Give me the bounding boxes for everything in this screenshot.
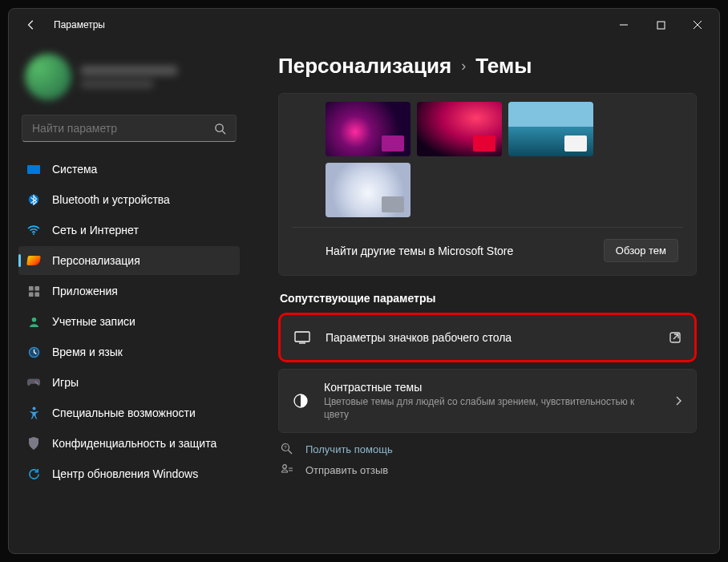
personalization-icon	[26, 253, 41, 268]
store-row: Найти другие темы в Microsoft Store Обзо…	[292, 227, 683, 275]
sidebar-item-label: Учетные записи	[52, 315, 135, 328]
sidebar: Система Bluetooth и устройства Сеть и Ин…	[9, 41, 249, 553]
contrast-icon	[292, 393, 309, 409]
browse-themes-button[interactable]: Обзор тем	[604, 239, 678, 262]
sidebar-item-time[interactable]: Время и язык	[18, 338, 240, 366]
system-icon	[26, 162, 41, 176]
store-text: Найти другие темы в Microsoft Store	[326, 245, 513, 257]
window-title: Параметры	[54, 19, 105, 30]
theme-thumb-4[interactable]	[326, 163, 411, 217]
svg-rect-11	[34, 292, 39, 297]
svg-point-4	[216, 123, 223, 131]
wifi-icon	[26, 223, 41, 237]
open-external-icon	[669, 331, 681, 344]
sidebar-item-system[interactable]: Система	[18, 155, 240, 184]
sidebar-item-label: Bluetooth и устройства	[52, 193, 170, 206]
search-input[interactable]	[32, 122, 214, 135]
svg-point-17	[32, 407, 35, 410]
sidebar-item-update[interactable]: Центр обновления Windows	[18, 459, 240, 488]
sidebar-item-label: Центр обновления Windows	[52, 467, 198, 480]
sidebar-item-label: Приложения	[52, 285, 118, 297]
help-link[interactable]: ? Получить помощь	[280, 443, 697, 455]
setting-title: Контрастные темы	[324, 381, 659, 394]
desktop-icon	[293, 331, 311, 344]
svg-text:?: ?	[284, 446, 287, 451]
feedback-link-text: Отправить отзыв	[305, 464, 388, 476]
feedback-icon	[280, 463, 294, 476]
related-heading: Сопутствующие параметры	[280, 292, 697, 305]
svg-rect-8	[28, 285, 33, 290]
user-profile[interactable]	[18, 47, 240, 115]
main-content: Персонализация › Темы Найти другие темы …	[249, 41, 719, 553]
theme-grid	[326, 102, 683, 217]
sidebar-item-personalization[interactable]: Персонализация	[18, 246, 240, 275]
footer-links: ? Получить помощь Отправить отзыв	[278, 443, 697, 492]
svg-line-5	[222, 131, 225, 134]
contrast-themes-setting[interactable]: Контрастные темы Цветовые темы для людей…	[278, 369, 697, 433]
svg-rect-9	[34, 285, 39, 290]
titlebar: Параметры	[9, 9, 719, 41]
minimize-button[interactable]	[605, 12, 642, 38]
sidebar-item-label: Специальные возможности	[52, 406, 196, 419]
svg-point-24	[283, 465, 287, 469]
sidebar-item-apps[interactable]: Приложения	[18, 277, 240, 305]
setting-desc: Цветовые темы для людей со слабым зрение…	[324, 395, 659, 421]
nav: Система Bluetooth и устройства Сеть и Ин…	[18, 155, 240, 488]
sidebar-item-accessibility[interactable]: Специальные возможности	[18, 398, 240, 427]
help-link-text[interactable]: Получить помощь	[305, 443, 393, 455]
help-icon: ?	[280, 443, 294, 455]
theme-thumb-2[interactable]	[417, 102, 502, 156]
sidebar-item-label: Система	[52, 163, 97, 176]
svg-point-7	[33, 233, 34, 235]
svg-point-15	[35, 381, 37, 382]
sidebar-item-network[interactable]: Сеть и Интернет	[18, 216, 240, 245]
window-controls	[605, 12, 716, 38]
apps-icon	[26, 284, 41, 298]
maximize-button[interactable]	[642, 12, 679, 38]
setting-title: Параметры значков рабочего стола	[326, 331, 654, 344]
settings-window: Параметры Система	[8, 8, 720, 554]
svg-rect-10	[28, 292, 33, 297]
sidebar-item-accounts[interactable]: Учетные записи	[18, 307, 240, 336]
sidebar-item-label: Конфиденциальность и защита	[52, 437, 216, 450]
bluetooth-icon	[26, 192, 41, 207]
breadcrumb: Персонализация › Темы	[278, 54, 697, 79]
sidebar-item-label: Сеть и Интернет	[52, 224, 139, 237]
feedback-link[interactable]: Отправить отзыв	[280, 463, 697, 476]
accounts-icon	[26, 314, 41, 329]
sidebar-item-label: Время и язык	[52, 346, 123, 358]
svg-point-12	[31, 317, 36, 321]
avatar	[25, 54, 71, 100]
breadcrumb-current: Темы	[475, 54, 532, 79]
theme-thumb-3[interactable]	[508, 102, 593, 156]
sidebar-item-games[interactable]: Игры	[18, 368, 240, 397]
sidebar-item-bluetooth[interactable]: Bluetooth и устройства	[18, 185, 240, 214]
clock-icon	[26, 345, 41, 359]
chevron-right-icon	[673, 395, 683, 406]
chevron-right-icon: ›	[461, 58, 466, 75]
themes-panel: Найти другие темы в Microsoft Store Обзо…	[278, 93, 697, 276]
sidebar-item-privacy[interactable]: Конфиденциальность и защита	[18, 429, 240, 458]
svg-point-16	[37, 382, 38, 384]
sidebar-item-label: Игры	[52, 376, 79, 389]
update-icon	[26, 467, 41, 481]
theme-thumb-1[interactable]	[326, 102, 411, 156]
svg-rect-18	[295, 332, 309, 342]
svg-rect-1	[657, 22, 665, 29]
search-box[interactable]	[22, 115, 237, 142]
sidebar-item-label: Персонализация	[52, 254, 140, 267]
close-button[interactable]	[679, 12, 716, 38]
games-icon	[26, 375, 41, 390]
search-icon	[214, 123, 226, 135]
accessibility-icon	[26, 406, 41, 420]
breadcrumb-root[interactable]: Персонализация	[278, 54, 451, 79]
back-button[interactable]	[20, 14, 42, 36]
shield-icon	[26, 436, 41, 451]
desktop-icons-setting[interactable]: Параметры значков рабочего стола	[278, 313, 697, 362]
